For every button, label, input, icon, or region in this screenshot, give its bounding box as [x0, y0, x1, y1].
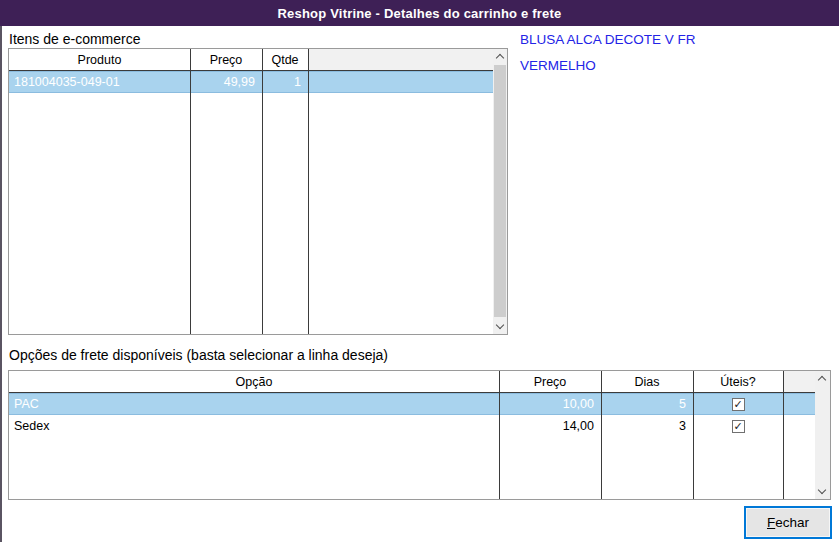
product-color-text: VERMELHO — [520, 58, 596, 73]
shipping-header-uteis[interactable]: Úteis? — [693, 371, 783, 392]
shipping-gridline — [693, 371, 694, 499]
checkmark-icon: ✓ — [733, 399, 742, 410]
items-cell-preco[interactable]: 49,99 — [190, 71, 262, 93]
window-title: Reshop Vitrine - Detalhes do carrinho e … — [278, 6, 562, 21]
shipping-cell-dias[interactable]: 5 — [601, 393, 693, 415]
scroll-down-button[interactable] — [493, 319, 507, 334]
items-table[interactable]: Produto Preço Qtde 181004035-049-01 49,9… — [8, 48, 508, 335]
shipping-cell-uteis: ✓ — [693, 393, 783, 415]
scroll-up-button[interactable] — [493, 49, 507, 64]
uteis-checkbox-checked[interactable]: ✓ — [732, 420, 745, 433]
shipping-section-label: Opções de frete disponíveis (basta selec… — [9, 347, 388, 363]
shipping-header-filler — [783, 371, 815, 392]
shipping-gridline — [601, 371, 602, 499]
shipping-cell-preco[interactable]: 14,00 — [499, 415, 601, 437]
items-cell-qtde[interactable]: 1 — [262, 71, 308, 93]
chevron-up-icon — [818, 376, 826, 384]
shipping-cell-uteis: ✓ — [693, 415, 783, 437]
items-header-qtde[interactable]: Qtde — [262, 49, 308, 70]
items-table-scrollbar[interactable] — [493, 49, 507, 334]
items-gridline — [308, 49, 309, 334]
shipping-header-opcao[interactable]: Opção — [9, 371, 499, 392]
items-gridline — [190, 49, 191, 334]
items-section-label: Itens de e-commerce — [9, 31, 141, 47]
scrollbar-thumb[interactable] — [494, 65, 506, 317]
checkmark-icon: ✓ — [733, 421, 742, 432]
items-gridline — [262, 49, 263, 334]
shipping-gridline — [499, 371, 500, 499]
chevron-up-icon — [496, 54, 504, 62]
shipping-header-preco[interactable]: Preço — [499, 371, 601, 392]
shipping-table[interactable]: Opção Preço Dias Úteis? PAC 10,00 5 ✓ Se… — [8, 370, 831, 500]
items-header-divider — [9, 70, 493, 71]
shipping-table-row-pac[interactable]: PAC 10,00 5 ✓ — [9, 393, 815, 415]
shipping-table-scrollbar[interactable] — [815, 371, 830, 499]
shipping-cell-opcao[interactable]: PAC — [9, 393, 499, 415]
shipping-table-row-sedex[interactable]: Sedex 14,00 3 ✓ — [9, 415, 815, 437]
shipping-header-divider — [9, 392, 815, 393]
items-table-row[interactable]: 181004035-049-01 49,99 1 — [9, 71, 493, 93]
titlebar[interactable]: Reshop Vitrine - Detalhes do carrinho e … — [0, 0, 839, 26]
close-button-mnemonic: F — [767, 515, 775, 530]
window-left-border — [0, 26, 2, 542]
shipping-cell-preco[interactable]: 10,00 — [499, 393, 601, 415]
scroll-down-button[interactable] — [815, 484, 830, 499]
shipping-cell-dias[interactable]: 3 — [601, 415, 693, 437]
items-header-produto[interactable]: Produto — [9, 49, 190, 70]
shipping-gridline — [783, 371, 784, 499]
scroll-up-button[interactable] — [815, 371, 830, 386]
uteis-checkbox-checked[interactable]: ✓ — [732, 398, 745, 411]
chevron-down-icon — [818, 486, 826, 494]
items-header-preco[interactable]: Preço — [190, 49, 262, 70]
shipping-header-dias[interactable]: Dias — [601, 371, 693, 392]
shipping-cell-opcao[interactable]: Sedex — [9, 415, 499, 437]
product-name-text: BLUSA ALCA DECOTE V FR — [520, 32, 696, 47]
close-button-label: echar — [775, 515, 809, 530]
chevron-down-icon — [496, 321, 504, 329]
items-cell-produto[interactable]: 181004035-049-01 — [9, 71, 190, 93]
items-header-filler — [308, 49, 493, 70]
close-button[interactable]: Fechar — [744, 506, 832, 539]
